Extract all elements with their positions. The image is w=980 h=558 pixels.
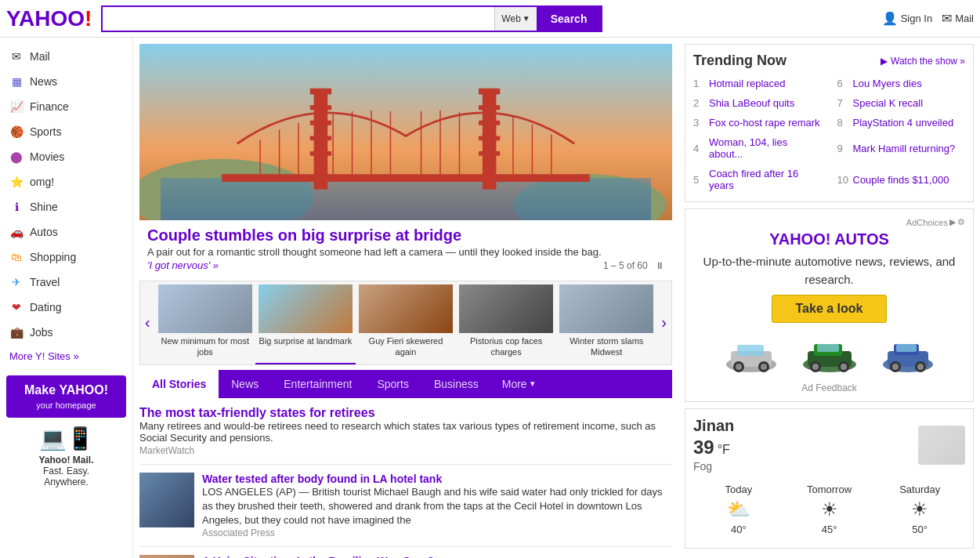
chevron-down-icon-2: ▼ <box>529 379 537 388</box>
mail-link[interactable]: ✉ Mail <box>942 11 974 26</box>
thumb-next-button[interactable]: › <box>656 313 671 332</box>
trending-item-4: 5 Coach fired after 16 years <box>693 165 822 194</box>
trend-link-0[interactable]: Hotmail replaced <box>709 78 786 89</box>
svg-point-34 <box>736 364 742 370</box>
search-bar: Web ▼ Search <box>101 5 602 32</box>
thumb-item-0[interactable]: New minimum for most jobs <box>155 281 255 364</box>
stories-list: The most tax-friendly states for retiree… <box>139 398 672 558</box>
sidebar-item-omg[interactable]: ⭐ omg! <box>0 169 132 194</box>
sign-in-label: Sign In <box>901 13 932 24</box>
trend-link-5[interactable]: Lou Myers dies <box>853 78 922 89</box>
trend-link-4[interactable]: Coach fired after 16 years <box>709 168 822 191</box>
trend-num-9: 10 <box>837 174 850 186</box>
more-sites-link[interactable]: More Y! Sites » <box>0 345 132 368</box>
watch-show-link[interactable]: ▶ Watch the show » <box>881 56 965 67</box>
sidebar-item-movies[interactable]: ⬤ Movies <box>0 144 132 169</box>
pause-icon[interactable]: ⏸ <box>655 260 664 271</box>
sidebar-item-dating[interactable]: ❤ Dating <box>0 295 132 320</box>
sidebar-item-shine[interactable]: ℹ Shine <box>0 194 132 219</box>
shopping-icon: 🛍 <box>9 250 24 264</box>
header-right: 👤 Sign In ✉ Mail <box>882 11 974 26</box>
tab-all-stories[interactable]: All Stories <box>139 370 219 398</box>
yahoo-logo-small: Make YAHOO! <box>14 383 118 397</box>
weather-section: Jinan 39 °F Fog Today ⛅ 40° Tomorrow <box>685 408 974 549</box>
ad-choices-icon[interactable]: ▶ <box>949 217 956 227</box>
thumb-item-3[interactable]: Pistorius cop faces charges <box>456 281 556 364</box>
forecast-saturday: Saturday ☀ 50° <box>874 479 965 540</box>
thumb-image-1 <box>259 284 353 333</box>
weather-unit: °F <box>718 443 730 457</box>
trend-link-8[interactable]: Mark Hamill returning? <box>853 143 956 154</box>
ad-settings-icon[interactable]: ⚙ <box>957 217 965 227</box>
golden-gate-bridge-svg <box>139 44 672 220</box>
weather-map-thumbnail <box>918 426 965 465</box>
thumbnail-strip: ‹ New minimum for most jobs Big surprise… <box>139 281 672 365</box>
trend-num-4: 5 <box>693 174 706 186</box>
mail-promo: 💻📱 Yahoo! Mail. Fast. Easy. Anywhere. <box>6 426 126 487</box>
story-title-1[interactable]: Water tested after body found in LA hote… <box>202 473 442 485</box>
chevron-down-icon: ▼ <box>523 14 530 23</box>
mail-icon: ✉ <box>9 49 24 63</box>
sidebar-label-omg: omg! <box>30 176 54 188</box>
forecast-saturday-icon: ☀ <box>877 498 962 520</box>
trend-link-7[interactable]: PlayStation 4 unveiled <box>853 117 954 129</box>
thumb-item-1[interactable]: Big surprise at landmark <box>255 281 356 364</box>
search-input[interactable] <box>103 7 494 31</box>
sidebar-item-travel[interactable]: ✈ Travel <box>0 270 132 295</box>
tab-more[interactable]: More ▼ <box>491 370 548 398</box>
trending-item-3: 4 Woman, 104, lies about... <box>693 134 822 162</box>
sidebar-item-news[interactable]: ▦ News <box>0 69 132 94</box>
trending-grid: 1 Hotmail replaced 6 Lou Myers dies 2 Sh… <box>693 75 965 194</box>
search-button[interactable]: Search <box>537 5 602 32</box>
thumb-prev-button[interactable]: ‹ <box>140 313 155 332</box>
svg-rect-3 <box>161 178 651 220</box>
tab-news[interactable]: News <box>219 370 271 398</box>
ad-take-look-button[interactable]: Take a look <box>772 295 888 323</box>
travel-icon: ✈ <box>9 275 24 289</box>
search-type-button[interactable]: Web ▼ <box>494 7 536 31</box>
ad-feedback[interactable]: Ad Feedback <box>693 382 965 393</box>
sidebar-item-jobs[interactable]: 💼 Jobs <box>0 320 132 345</box>
finance-icon: 📈 <box>9 100 24 114</box>
trend-link-9[interactable]: Couple finds $11,000 <box>853 174 949 186</box>
svg-point-42 <box>812 364 819 370</box>
sign-in-link[interactable]: 👤 Sign In <box>882 11 932 26</box>
trend-link-3[interactable]: Woman, 104, lies about... <box>709 136 822 160</box>
sidebar-item-shopping[interactable]: 🛍 Shopping <box>0 245 132 270</box>
thumb-item-4[interactable]: Winter storm slams Midwest <box>556 281 656 364</box>
story-thumb-img-1 <box>139 473 194 527</box>
tab-business[interactable]: Business <box>421 370 491 398</box>
story-item-2: A Hairy Situation: Is the Brazilian Wax … <box>139 547 672 558</box>
yahoo-logo[interactable]: YAHOO! <box>6 6 92 31</box>
svg-rect-13 <box>479 121 500 125</box>
story-thumb-img-2 <box>139 555 194 558</box>
thumb-item-2[interactable]: Guy Fieri skewered again <box>356 281 456 364</box>
main-content: Couple stumbles on big surprise at bridg… <box>133 38 678 558</box>
thumb-items-container: New minimum for most jobs Big surprise a… <box>155 281 657 364</box>
sidebar-item-autos[interactable]: 🚗 Autos <box>0 219 132 245</box>
sidebar-label-finance: Finance <box>30 100 69 113</box>
make-yahoo-box[interactable]: Make YAHOO! your homepage <box>6 375 126 418</box>
story-title-0[interactable]: The most tax-friendly states for retiree… <box>139 406 375 419</box>
thumb-label-3: Pistorius cop faces charges <box>459 335 553 358</box>
hero-link[interactable]: 'I got nervous' » <box>147 259 219 271</box>
trending-item-1: 2 Shia LaBeouf quits <box>693 95 822 111</box>
trend-link-6[interactable]: Special K recall <box>853 97 924 109</box>
sidebar-item-mail[interactable]: ✉ Mail <box>0 44 132 69</box>
sidebar-item-finance[interactable]: 📈 Finance <box>0 94 132 119</box>
trend-link-2[interactable]: Fox co-host rape remark <box>709 117 820 129</box>
ad-cars-display <box>693 329 965 376</box>
weather-temp-container: 39 °F <box>693 435 734 460</box>
sidebar-label-autos: Autos <box>30 226 58 238</box>
story-title-2[interactable]: A Hairy Situation: Is the Brazilian Wax … <box>202 555 434 558</box>
mail-promo-title: Yahoo! Mail. <box>6 455 126 466</box>
thumb-image-3 <box>459 284 553 333</box>
tab-entertainment[interactable]: Entertainment <box>271 370 364 398</box>
hero-counter-text: 1 – 5 of 60 <box>603 260 648 271</box>
sidebar-item-sports[interactable]: 🏀 Sports <box>0 119 132 144</box>
tab-sports[interactable]: Sports <box>364 370 421 398</box>
svg-rect-5 <box>310 89 331 95</box>
trend-link-1[interactable]: Shia LaBeouf quits <box>709 97 794 109</box>
story-item-1: Water tested after body found in LA hote… <box>139 465 672 548</box>
hero-title[interactable]: Couple stumbles on big surprise at bridg… <box>147 226 664 245</box>
